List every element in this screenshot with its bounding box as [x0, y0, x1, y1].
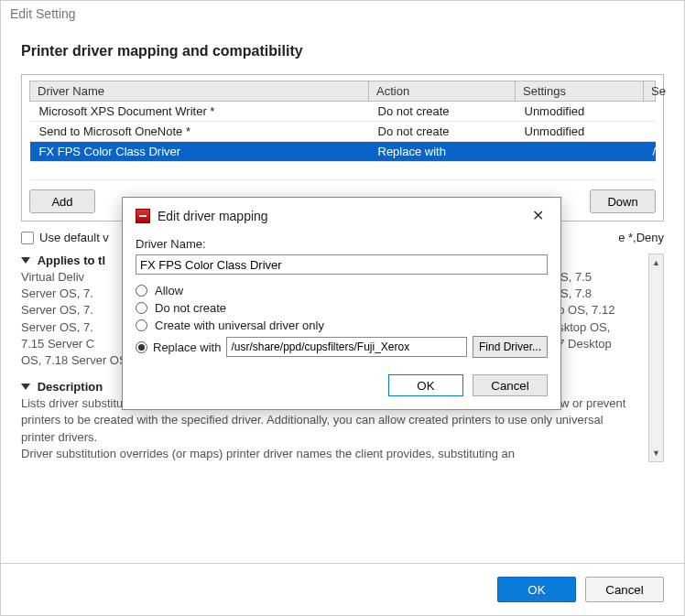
driver-table: Driver Name Action Settings Se Microsoft…	[29, 81, 656, 180]
section-heading: Printer driver mapping and compatibility	[21, 43, 664, 59]
cell-settings: Unmodified	[516, 102, 644, 122]
vertical-scrollbar[interactable]: ▲ ▼	[648, 254, 664, 462]
chevron-down-icon	[21, 257, 30, 264]
cell-action: Do not create	[369, 122, 516, 142]
radio-allow-label: Allow	[155, 284, 183, 297]
window-title: Edit Setting	[1, 1, 684, 27]
cell-settings	[516, 142, 644, 162]
cell-se	[644, 102, 656, 122]
table-row[interactable]: Microsoft XPS Document Writer * Do not c…	[30, 102, 656, 122]
applies-to-title: Applies to tl	[38, 254, 105, 267]
cell-se: /u	[644, 142, 656, 162]
use-default-label: Use default v	[39, 231, 109, 244]
cancel-button[interactable]: Cancel	[585, 577, 664, 602]
down-button[interactable]: Down	[590, 189, 656, 213]
scroll-up-icon[interactable]: ▲	[649, 254, 663, 270]
modal-cancel-button[interactable]: Cancel	[473, 374, 548, 396]
radio-do-not-create[interactable]	[136, 302, 147, 314]
cell-action: Replace with	[369, 142, 516, 162]
col-se[interactable]: Se	[644, 81, 656, 102]
applies-to-tail: OS, 7.5 OS, 7.8 pp OS, 7.12 esktop OS, 1…	[551, 269, 639, 369]
col-driver-name[interactable]: Driver Name	[30, 81, 369, 102]
driver-name-input[interactable]	[136, 254, 548, 275]
table-row-empty[interactable]	[30, 162, 656, 180]
radio-allow[interactable]	[136, 285, 147, 297]
table-row-selected[interactable]: FX FPS Color Class Driver Replace with /…	[30, 142, 656, 162]
cell-driver: Microsoft XPS Document Writer *	[30, 102, 369, 122]
radio-universal-only[interactable]	[136, 319, 147, 331]
cell-action: Do not create	[369, 102, 516, 122]
replace-path-input[interactable]	[226, 337, 467, 357]
close-icon[interactable]: ✕	[528, 207, 548, 224]
modal-title: Edit driver mapping	[158, 209, 521, 223]
description-title: Description	[38, 380, 103, 394]
use-default-checkbox[interactable]	[21, 232, 34, 244]
cell-driver: FX FPS Color Class Driver	[30, 142, 369, 162]
printer-icon	[136, 209, 150, 223]
add-button[interactable]: Add	[29, 189, 95, 213]
radio-replace-with[interactable]	[136, 341, 147, 353]
cell-se	[644, 122, 656, 142]
radio-replace-with-label: Replace with	[153, 340, 221, 354]
edit-driver-mapping-dialog: Edit driver mapping ✕ Driver Name: Allow…	[122, 197, 561, 410]
cell-driver: Send to Microsoft OneNote *	[30, 122, 369, 142]
col-settings[interactable]: Settings	[516, 81, 644, 102]
scroll-down-icon[interactable]: ▼	[649, 446, 663, 461]
chevron-down-icon	[21, 384, 30, 390]
modal-ok-button[interactable]: OK	[388, 374, 463, 396]
driver-name-label: Driver Name:	[136, 237, 548, 251]
find-driver-button[interactable]: Find Driver...	[473, 336, 548, 358]
ok-button[interactable]: OK	[497, 577, 576, 602]
radio-universal-only-label: Create with universal driver only	[155, 319, 324, 332]
cell-settings: Unmodified	[516, 122, 644, 142]
radio-do-not-create-label: Do not create	[155, 301, 226, 315]
use-default-tail: e *,Deny	[618, 231, 664, 244]
col-action[interactable]: Action	[369, 81, 516, 102]
table-row[interactable]: Send to Microsoft OneNote * Do not creat…	[30, 122, 656, 142]
